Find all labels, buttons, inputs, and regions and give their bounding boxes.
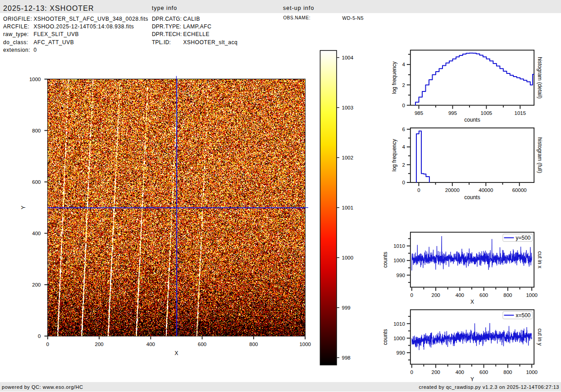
svg-text:1005: 1005	[481, 110, 493, 116]
svg-text:1015: 1015	[515, 110, 526, 116]
svg-text:985: 985	[415, 110, 423, 116]
svg-text:log frequency: log frequency	[391, 139, 397, 171]
svg-text:X: X	[470, 299, 474, 305]
svg-text:800: 800	[503, 292, 512, 298]
svg-text:0: 0	[38, 333, 41, 339]
svg-text:cut in y: cut in y	[537, 328, 543, 346]
svg-text:40000: 40000	[479, 187, 493, 193]
svg-text:600: 600	[198, 342, 206, 347]
svg-text:400: 400	[32, 231, 41, 236]
svg-text:400: 400	[146, 342, 155, 347]
svg-text:2: 2	[402, 82, 405, 88]
svg-text:counts: counts	[382, 252, 388, 268]
svg-text:20000: 20000	[445, 187, 460, 193]
svg-text:400: 400	[456, 292, 464, 298]
svg-text:1000: 1000	[299, 342, 311, 347]
svg-text:6: 6	[402, 127, 405, 132]
svg-text:1002: 1002	[342, 155, 354, 160]
svg-text:995: 995	[448, 110, 457, 116]
svg-text:histogram (detail): histogram (detail)	[537, 57, 543, 99]
svg-text:histogram (full): histogram (full)	[537, 137, 543, 173]
svg-text:800: 800	[32, 128, 41, 133]
svg-text:y=500: y=500	[516, 235, 531, 241]
svg-text:1010: 1010	[393, 321, 405, 327]
svg-text:990: 990	[397, 273, 405, 278]
svg-text:800: 800	[503, 369, 512, 375]
svg-text:0: 0	[46, 342, 49, 347]
svg-text:counts: counts	[382, 329, 388, 345]
svg-text:0: 0	[417, 187, 420, 193]
svg-text:200: 200	[432, 369, 440, 375]
svg-text:1004: 1004	[342, 55, 354, 60]
svg-text:0: 0	[410, 369, 413, 375]
svg-text:1000: 1000	[342, 255, 354, 260]
svg-text:600: 600	[479, 369, 488, 375]
svg-text:0: 0	[402, 103, 405, 108]
svg-text:999: 999	[342, 305, 351, 310]
svg-text:cut in x: cut in x	[537, 251, 543, 268]
svg-text:Y: Y	[20, 205, 27, 209]
svg-text:200: 200	[432, 292, 440, 298]
svg-text:counts: counts	[464, 194, 480, 201]
svg-text:600: 600	[479, 292, 488, 298]
svg-text:1010: 1010	[393, 243, 405, 249]
svg-text:200: 200	[32, 282, 41, 287]
svg-text:2: 2	[402, 162, 405, 168]
svg-text:600: 600	[32, 179, 41, 185]
svg-text:1003: 1003	[342, 105, 354, 110]
svg-text:4: 4	[402, 62, 405, 67]
svg-text:counts: counts	[464, 117, 480, 123]
svg-text:1000: 1000	[526, 292, 538, 298]
svg-text:990: 990	[397, 350, 405, 356]
svg-text:60000: 60000	[512, 187, 527, 193]
svg-text:0: 0	[402, 180, 405, 185]
svg-text:1000: 1000	[29, 77, 41, 82]
svg-text:0: 0	[410, 292, 413, 298]
svg-text:1000: 1000	[526, 369, 538, 375]
svg-text:x=500: x=500	[516, 312, 531, 319]
svg-text:800: 800	[249, 342, 258, 347]
svg-text:4: 4	[402, 144, 405, 150]
svg-text:1000: 1000	[393, 336, 405, 341]
svg-text:1000: 1000	[393, 258, 405, 263]
svg-text:200: 200	[95, 342, 104, 347]
svg-text:X: X	[174, 350, 178, 356]
svg-text:log frequency: log frequency	[391, 61, 397, 94]
svg-text:1001: 1001	[342, 205, 354, 210]
svg-text:998: 998	[342, 355, 351, 360]
svg-text:400: 400	[456, 369, 464, 375]
